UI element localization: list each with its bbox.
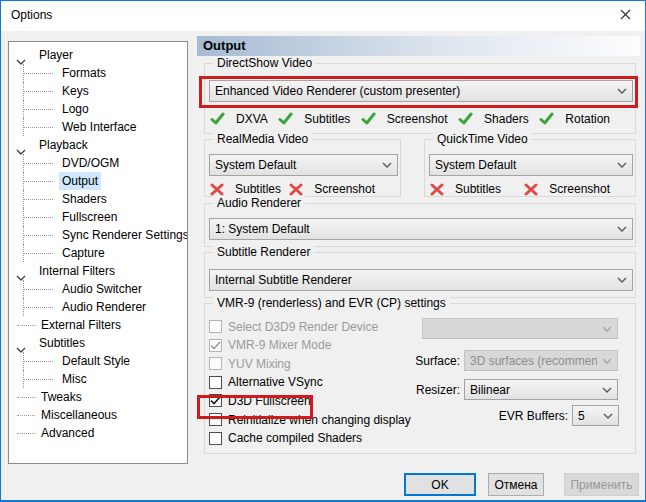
feature-label: Rotation: [565, 112, 610, 126]
chevron-down-icon: [597, 358, 617, 364]
directshow-feature-list: DXVASubtitlesScreenshotShadersRotation: [210, 110, 610, 128]
sidebar-item-misc[interactable]: Misc: [59, 370, 90, 388]
directshow-renderer-select[interactable]: Enhanced Video Renderer (custom presente…: [209, 80, 633, 102]
feature-rotation: Rotation: [539, 110, 610, 128]
chevron-down-icon: [377, 162, 397, 168]
evr-buffers-select[interactable]: 5: [572, 405, 619, 426]
tree-connector-line: [23, 181, 53, 182]
sidebar-item-internal-filters[interactable]: Internal Filters: [36, 262, 118, 280]
cross-icon: [289, 183, 309, 196]
feature-label: Subtitles: [304, 112, 350, 126]
check-icon: [361, 112, 382, 126]
checkbox-reinitialize-when-changing-display[interactable]: [209, 413, 222, 426]
sidebar-item-tweaks[interactable]: Tweaks: [38, 388, 85, 406]
vmr9-evr-group-label: VMR-9 (renderless) and EVR (CP) settings: [213, 296, 450, 310]
tree-connector-line: [23, 307, 53, 308]
tree-connector-line: [23, 199, 53, 200]
checkbox-alternative-vsync[interactable]: [209, 376, 222, 389]
subtitle-renderer-group-label: Subtitle Renderer: [213, 245, 314, 259]
tree-connector-line: [23, 73, 53, 74]
tree-row-logo: Logo: [9, 100, 187, 118]
vmr9-evr-group: VMR-9 (renderless) and EVR (CP) settings…: [204, 303, 636, 454]
tree-connector-line: [23, 289, 53, 290]
realmedia-video-group-label: RealMedia Video: [213, 132, 312, 146]
quicktime-renderer-select[interactable]: System Default: [429, 154, 633, 176]
sidebar-item-keys[interactable]: Keys: [59, 82, 92, 100]
tree-row-formats: Formats: [9, 64, 187, 82]
tree-row-advanced: Advanced: [9, 424, 187, 442]
tree-row-web-interface: Web Interface: [9, 118, 187, 136]
realmedia-video-group: RealMedia Video System Default Subtitles…: [204, 139, 401, 197]
resizer-label: Resizer:: [385, 383, 460, 397]
sidebar-item-fullscreen[interactable]: Fullscreen: [59, 208, 120, 226]
checkbox-label-d3d-fullscreen: D3D Fullscreen: [228, 394, 311, 408]
tree-row-subtitles: Subtitles: [9, 334, 187, 352]
feature-label: Screenshot: [314, 182, 375, 196]
tree-row-audio-renderer: Audio Renderer: [9, 298, 187, 316]
tree-row-miscellaneous: Miscellaneous: [9, 406, 187, 424]
check-icon: [458, 112, 479, 126]
options-dialog: Options PlayerFormatsKeysLogoWeb Interfa…: [0, 0, 646, 502]
sidebar-item-audio-renderer[interactable]: Audio Renderer: [59, 298, 149, 316]
settings-tree: PlayerFormatsKeysLogoWeb InterfacePlayba…: [8, 41, 188, 464]
sidebar-item-sync-renderer-settings[interactable]: Sync Renderer Settings: [59, 226, 188, 244]
close-button[interactable]: [605, 1, 645, 30]
checkbox-vmr-9-mixer-mode: [209, 339, 222, 352]
sidebar-item-playback[interactable]: Playback: [36, 136, 91, 154]
cancel-button[interactable]: Отмена: [488, 473, 544, 496]
feature-subtitles: Subtitles: [430, 180, 501, 198]
sidebar-item-formats[interactable]: Formats: [59, 64, 109, 82]
audio-renderer-select[interactable]: 1: System Default: [209, 218, 633, 240]
sidebar-item-audio-switcher[interactable]: Audio Switcher: [59, 280, 145, 298]
sidebar-item-output[interactable]: Output: [59, 172, 101, 190]
title-bar: Options: [1, 1, 645, 31]
sidebar-item-subtitles[interactable]: Subtitles: [36, 334, 88, 352]
feature-label: Subtitles: [235, 182, 281, 196]
chevron-down-icon: [598, 413, 618, 419]
sidebar-item-capture[interactable]: Capture: [59, 244, 108, 262]
directshow-video-group: DirectShow Video Enhanced Video Renderer…: [204, 63, 636, 134]
checkbox-d3d-fullscreen[interactable]: [209, 394, 222, 407]
tree-row-sync-renderer-settings: Sync Renderer Settings: [9, 226, 187, 244]
sidebar-item-player[interactable]: Player: [36, 46, 76, 64]
tree-connector-line: [23, 127, 53, 128]
tree-row-fullscreen: Fullscreen: [9, 208, 187, 226]
directshow-renderer-value: Enhanced Video Renderer (custom presente…: [210, 84, 612, 98]
directshow-video-group-label: DirectShow Video: [213, 56, 316, 70]
sidebar-item-shaders[interactable]: Shaders: [59, 190, 110, 208]
surface-label: Surface:: [385, 354, 460, 368]
chevron-down-icon: [597, 387, 617, 393]
feature-label: Subtitles: [455, 182, 501, 196]
sidebar-item-dvd-ogm[interactable]: DVD/OGM: [59, 154, 122, 172]
check-icon: [539, 112, 560, 126]
tree-connector-line: [23, 163, 53, 164]
feature-dxva: DXVA: [210, 110, 268, 128]
resizer-value: Bilinear: [465, 383, 597, 397]
sidebar-item-advanced[interactable]: Advanced: [38, 424, 97, 442]
ok-button[interactable]: OK: [404, 473, 476, 496]
apply-button: Применить: [564, 473, 639, 496]
tree-row-playback: Playback: [9, 136, 187, 154]
sidebar-item-logo[interactable]: Logo: [59, 100, 92, 118]
tree-row-keys: Keys: [9, 82, 187, 100]
sidebar-item-web-interface[interactable]: Web Interface: [59, 118, 139, 136]
realmedia-renderer-select[interactable]: System Default: [209, 154, 398, 176]
sidebar-item-default-style[interactable]: Default Style: [59, 352, 133, 370]
sidebar-item-external-filters[interactable]: External Filters: [38, 316, 124, 334]
tree-connector-line: [23, 361, 53, 362]
quicktime-renderer-value: System Default: [430, 158, 612, 172]
quicktime-feature-list: SubtitlesScreenshot: [430, 180, 630, 198]
window-title: Options: [11, 8, 52, 22]
subtitle-renderer-value: Internal Subtitle Renderer: [210, 273, 612, 287]
tree-row-audio-switcher: Audio Switcher: [9, 280, 187, 298]
sidebar-item-miscellaneous[interactable]: Miscellaneous: [38, 406, 120, 424]
checkbox-label-alternative-vsync: Alternative VSync: [228, 375, 323, 389]
tree-connector-line: [17, 397, 35, 398]
checkbox-label-select-d3d9-render-device: Select D3D9 Render Device: [228, 320, 378, 334]
tree-connector-line: [23, 253, 53, 254]
chevron-down-icon: [597, 326, 617, 332]
checkbox-cache-compiled-shaders[interactable]: [209, 432, 222, 445]
tree-row-external-filters: External Filters: [9, 316, 187, 334]
subtitle-renderer-select[interactable]: Internal Subtitle Renderer: [209, 269, 633, 291]
resizer-select[interactable]: Bilinear: [464, 379, 618, 400]
